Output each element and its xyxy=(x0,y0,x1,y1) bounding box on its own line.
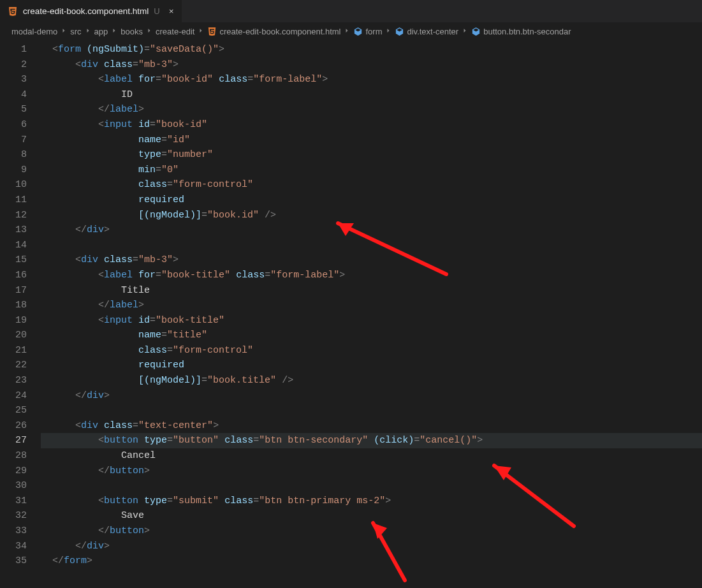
breadcrumb-label: div.text-center xyxy=(407,27,458,36)
code-line[interactable]: </button> xyxy=(41,464,702,479)
breadcrumb-item[interactable]: form xyxy=(353,27,382,36)
breadcrumb-item[interactable]: books xyxy=(121,27,143,36)
code-line[interactable]: </form> xyxy=(41,554,702,569)
line-number: 32 xyxy=(0,508,41,524)
breadcrumb-label: modal-demo xyxy=(11,27,57,36)
html-file-icon xyxy=(207,27,217,36)
code-line[interactable]: <form (ngSubmit)="saveData()"> xyxy=(41,42,702,57)
editor-tab[interactable]: create-edit-book.component.html U × xyxy=(0,0,182,22)
line-number: 1 xyxy=(0,42,41,57)
chevron-right-icon xyxy=(197,27,205,36)
chevron-right-icon xyxy=(384,27,392,36)
code-line[interactable]: min="0" xyxy=(41,163,702,178)
breadcrumb-item[interactable]: app xyxy=(94,27,108,36)
line-number: 28 xyxy=(0,448,41,464)
line-number: 7 xyxy=(0,133,41,148)
code-content[interactable]: <form (ngSubmit)="saveData()"> <div clas… xyxy=(41,40,702,588)
breadcrumb-label: create-edit xyxy=(156,27,194,36)
tab-bar: create-edit-book.component.html U × xyxy=(0,0,702,23)
line-number: 34 xyxy=(0,539,41,554)
code-line[interactable]: <input id="book-title" xyxy=(41,313,702,328)
code-editor[interactable]: 1234567891011121314151617181920212223242… xyxy=(0,40,702,588)
line-number: 3 xyxy=(0,72,41,87)
breadcrumb-item[interactable]: button.btn.btn-secondar xyxy=(471,27,571,36)
code-line[interactable]: Save xyxy=(41,508,702,524)
line-number: 29 xyxy=(0,464,41,479)
code-line[interactable]: </label> xyxy=(41,298,702,313)
code-line[interactable]: required xyxy=(41,358,702,373)
line-number: 11 xyxy=(0,193,41,208)
line-number: 19 xyxy=(0,313,41,328)
code-line[interactable]: </label> xyxy=(41,102,702,117)
code-line[interactable]: <div class="mb-3"> xyxy=(41,57,702,73)
line-number: 2 xyxy=(0,57,41,73)
code-line[interactable]: <label for="book-id" class="form-label"> xyxy=(41,72,702,87)
line-number: 33 xyxy=(0,524,41,539)
code-line[interactable]: name="title" xyxy=(41,328,702,343)
code-line[interactable]: </button> xyxy=(41,524,702,539)
line-number: 20 xyxy=(0,328,41,343)
close-icon[interactable]: × xyxy=(169,6,174,16)
code-line[interactable]: </div> xyxy=(41,539,702,554)
code-line[interactable] xyxy=(41,478,702,494)
code-line[interactable]: <button type="submit" class="btn btn-pri… xyxy=(41,494,702,509)
breadcrumb-item[interactable]: create-edit xyxy=(156,27,194,36)
code-line[interactable]: Cancel xyxy=(41,448,702,464)
line-number: 17 xyxy=(0,283,41,298)
code-line[interactable]: required xyxy=(41,193,702,208)
code-line[interactable]: <div class="mb-3"> xyxy=(41,253,702,268)
chevron-right-icon xyxy=(461,27,469,36)
line-number: 4 xyxy=(0,87,41,103)
line-number: 16 xyxy=(0,268,41,283)
chevron-right-icon xyxy=(145,27,153,36)
line-number: 5 xyxy=(0,102,41,117)
chevron-right-icon xyxy=(60,27,68,36)
code-line[interactable]: [(ngModel)]="book.title" /> xyxy=(41,373,702,388)
code-line[interactable]: [(ngModel)]="book.id" /> xyxy=(41,208,702,223)
code-line[interactable]: </div> xyxy=(41,223,702,238)
line-number: 22 xyxy=(0,358,41,373)
tab-filename: create-edit-book.component.html xyxy=(23,6,149,16)
code-line[interactable]: Title xyxy=(41,283,702,298)
code-line[interactable]: <div class="text-center"> xyxy=(41,418,702,434)
code-line[interactable] xyxy=(41,403,702,418)
code-line[interactable]: </div> xyxy=(41,388,702,404)
code-line[interactable]: <button type="button" class="btn btn-sec… xyxy=(41,433,702,448)
line-number: 27 xyxy=(0,433,41,448)
breadcrumb-label: books xyxy=(121,27,143,36)
line-number: 10 xyxy=(0,177,41,193)
html-file-icon xyxy=(8,6,18,17)
breadcrumb-label: form xyxy=(365,27,382,36)
breadcrumb-label: create-edit-book.component.html xyxy=(219,27,340,36)
line-number: 12 xyxy=(0,208,41,223)
code-line[interactable]: class="form-control" xyxy=(41,343,702,358)
chevron-right-icon xyxy=(343,27,351,36)
code-line[interactable]: name="id" xyxy=(41,133,702,148)
code-line[interactable]: class="form-control" xyxy=(41,177,702,193)
breadcrumb-item[interactable]: modal-demo xyxy=(11,27,57,36)
line-number: 15 xyxy=(0,253,41,268)
code-line[interactable]: <label for="book-title" class="form-labe… xyxy=(41,268,702,283)
breadcrumb-item[interactable]: div.text-center xyxy=(395,27,458,36)
line-number: 25 xyxy=(0,403,41,418)
code-line[interactable] xyxy=(41,238,702,253)
line-number: 9 xyxy=(0,163,41,178)
code-line[interactable]: ID xyxy=(41,87,702,103)
line-number: 13 xyxy=(0,223,41,238)
breadcrumb-item[interactable]: src xyxy=(70,27,81,36)
symbol-icon xyxy=(395,27,404,36)
code-line[interactable]: type="number" xyxy=(41,147,702,163)
line-number: 23 xyxy=(0,373,41,388)
line-number: 21 xyxy=(0,343,41,358)
breadcrumb-label: src xyxy=(70,27,81,36)
line-number-gutter: 1234567891011121314151617181920212223242… xyxy=(0,40,41,588)
symbol-icon xyxy=(353,27,363,36)
line-number: 14 xyxy=(0,238,41,253)
line-number: 35 xyxy=(0,554,41,569)
breadcrumb-item[interactable]: create-edit-book.component.html xyxy=(207,27,340,36)
chevron-right-icon xyxy=(84,27,92,36)
symbol-icon xyxy=(471,27,481,36)
line-number: 31 xyxy=(0,494,41,509)
breadcrumb: modal-demosrcappbookscreate-editcreate-e… xyxy=(0,23,702,40)
code-line[interactable]: <input id="book-id" xyxy=(41,117,702,133)
